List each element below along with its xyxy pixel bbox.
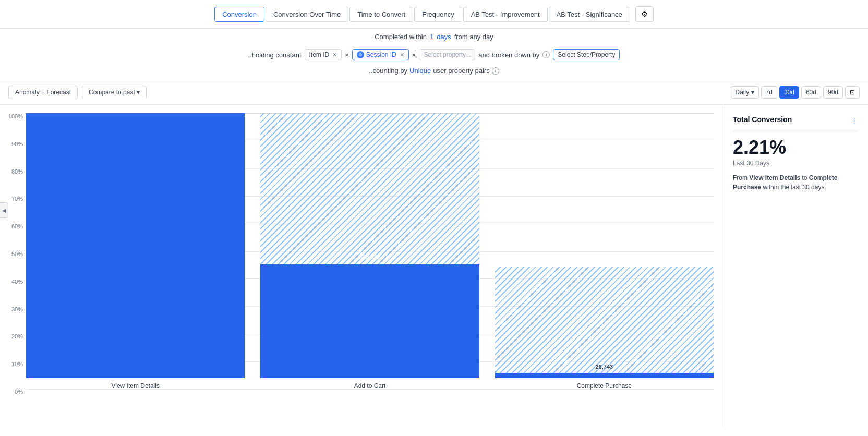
sidebar-divider bbox=[733, 131, 858, 131]
compare-to-past-label: Compare to past bbox=[89, 89, 135, 96]
holding-constant-label: ..holding constant bbox=[248, 51, 302, 59]
bar-value-2: 518,842 bbox=[359, 254, 380, 260]
bar-complete-purchase[interactable]: 26,743 Complete Purchase bbox=[495, 113, 714, 390]
filter-row-1: Completed within 1 days from any day bbox=[0, 29, 868, 45]
chart-inner: 1,209,856 View Item Details 518,842 Add … bbox=[26, 113, 714, 405]
y-label-90: 90% bbox=[4, 141, 23, 147]
day-30d-button[interactable]: 30d bbox=[779, 86, 799, 99]
user-property-pairs-label: user property pairs bbox=[433, 67, 489, 75]
session-id-icon: ⊕ bbox=[357, 51, 364, 58]
sidebar-more-button[interactable]: ⋮ bbox=[851, 117, 858, 125]
select-property-placeholder[interactable]: Select property... bbox=[419, 49, 475, 60]
separator-x1: × bbox=[345, 51, 349, 59]
broken-down-info-icon[interactable]: i bbox=[542, 51, 550, 58]
item-id-close[interactable]: ✕ bbox=[332, 52, 337, 58]
bar-solid-3: 26,743 bbox=[495, 373, 714, 378]
y-label-70: 70% bbox=[4, 196, 23, 202]
x-label-2: Add to Cart bbox=[354, 382, 386, 390]
tab-time-to-convert[interactable]: Time to Convert bbox=[349, 7, 413, 22]
bar-value-3: 26,743 bbox=[595, 364, 613, 370]
unique-link[interactable]: Unique bbox=[409, 67, 431, 75]
anomaly-forecast-button[interactable]: Anomaly + Forecast bbox=[8, 86, 78, 99]
session-id-label: Session ID bbox=[366, 51, 396, 58]
y-label-40: 40% bbox=[4, 278, 23, 285]
y-label-50: 50% bbox=[4, 251, 23, 257]
period-chevron: ▾ bbox=[751, 89, 754, 96]
tab-bar: Conversion Conversion Over Time Time to … bbox=[0, 0, 868, 29]
sidebar-collapse-tab[interactable]: ◀ bbox=[0, 202, 8, 218]
period-label: Daily bbox=[736, 89, 750, 96]
user-property-info-icon[interactable]: i bbox=[492, 67, 499, 75]
y-label-60: 60% bbox=[4, 223, 23, 229]
y-label-100: 100% bbox=[4, 113, 23, 119]
from-any-day-label: from any day bbox=[454, 33, 493, 41]
y-label-20: 20% bbox=[4, 333, 23, 340]
counting-by-label: ..counting by bbox=[369, 67, 407, 75]
tab-frequency[interactable]: Frequency bbox=[414, 7, 462, 22]
conversion-last-days: Last 30 Days bbox=[733, 160, 858, 167]
toolbar-left: Anomaly + Forecast Compare to past ▾ bbox=[8, 86, 147, 99]
filter-row-2: ..holding constant Item ID ✕ × ⊕ Session… bbox=[0, 45, 868, 65]
conversion-from: View Item Details bbox=[749, 174, 800, 181]
item-id-chip[interactable]: Item ID ✕ bbox=[305, 49, 342, 60]
bar-container-1: 1,209,856 bbox=[26, 113, 245, 378]
day-90d-button[interactable]: 90d bbox=[823, 86, 843, 99]
bar-solid-2: 518,842 bbox=[260, 264, 479, 378]
y-label-10: 10% bbox=[4, 361, 23, 367]
export-button[interactable]: ⊡ bbox=[845, 86, 860, 99]
toolbar-right: Daily ▾ 7d 30d 60d 90d ⊡ bbox=[731, 86, 860, 99]
period-select[interactable]: Daily ▾ bbox=[731, 86, 759, 99]
y-axis: 0% 10% 20% 30% 40% 50% 60% 70% 80% 90% 1… bbox=[4, 113, 23, 395]
settings-button[interactable]: ⚙ bbox=[635, 6, 654, 22]
session-id-chip[interactable]: ⊕ Session ID ✕ bbox=[352, 49, 409, 60]
day-60d-button[interactable]: 60d bbox=[801, 86, 821, 99]
conversion-suffix: within the last 30 days. bbox=[763, 184, 826, 191]
tab-ab-significance[interactable]: AB Test - Significance bbox=[549, 7, 630, 22]
days-value[interactable]: 1 bbox=[430, 33, 433, 41]
y-label-80: 80% bbox=[4, 168, 23, 175]
day-7d-button[interactable]: 7d bbox=[761, 86, 777, 99]
sidebar-title: Total Conversion bbox=[733, 115, 792, 124]
select-step-property[interactable]: Select Step/Property bbox=[553, 49, 620, 60]
tab-ab-improvement[interactable]: AB Test - Improvement bbox=[463, 7, 548, 22]
compare-to-past-button[interactable]: Compare to past ▾ bbox=[82, 86, 147, 99]
separator-x2: × bbox=[412, 51, 416, 59]
x-label-1: View Item Details bbox=[111, 382, 159, 390]
tab-conversion[interactable]: Conversion bbox=[214, 7, 264, 22]
bar-solid-1: 1,209,856 bbox=[26, 113, 245, 378]
bar-container-3: 26,743 bbox=[495, 113, 714, 378]
y-label-30: 30% bbox=[4, 306, 23, 312]
bar-hatched-3 bbox=[495, 267, 714, 373]
bar-view-item-details[interactable]: 1,209,856 View Item Details bbox=[26, 113, 245, 390]
bar-add-to-cart[interactable]: 518,842 Add to Cart bbox=[260, 113, 479, 390]
bar-container-2: 518,842 bbox=[260, 113, 479, 378]
y-label-0: 0% bbox=[4, 389, 23, 395]
item-id-label: Item ID bbox=[309, 51, 330, 58]
compare-to-past-chevron: ▾ bbox=[137, 89, 140, 96]
tab-conversion-over-time[interactable]: Conversion Over Time bbox=[266, 7, 348, 22]
bar-value-1: 1,209,856 bbox=[123, 105, 148, 109]
conversion-percentage: 2.21% bbox=[733, 137, 858, 159]
days-label: days bbox=[437, 33, 451, 41]
x-label-3: Complete Purchase bbox=[577, 382, 632, 390]
bar-hatched-2 bbox=[260, 113, 479, 264]
chart-toolbar: Anomaly + Forecast Compare to past ▾ Dai… bbox=[0, 80, 868, 105]
completed-within-label: Completed within bbox=[375, 33, 427, 41]
broken-down-by-label: and broken down by bbox=[478, 51, 539, 59]
chart-area: 0% 10% 20% 30% 40% 50% 60% 70% 80% 90% 1… bbox=[0, 105, 722, 426]
main-content: 0% 10% 20% 30% 40% 50% 60% 70% 80% 90% 1… bbox=[0, 105, 868, 426]
counting-row: ..counting by Unique user property pairs… bbox=[0, 65, 868, 80]
session-id-close[interactable]: ✕ bbox=[400, 52, 404, 58]
sidebar: Total Conversion ⋮ 2.21% Last 30 Days Fr… bbox=[722, 105, 868, 426]
conversion-description: From View Item Details to Complete Purch… bbox=[733, 173, 858, 192]
